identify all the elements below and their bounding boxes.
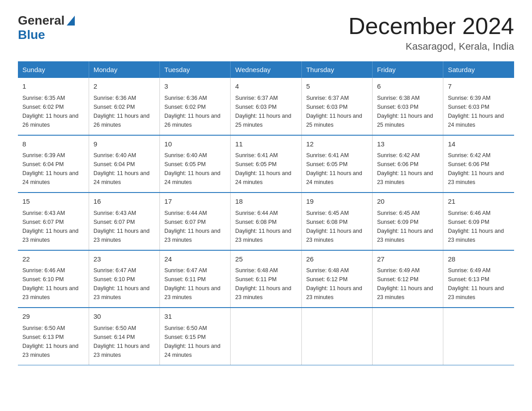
daylight-label: Daylight: 11 hours and 23 minutes [377,228,433,243]
daylight-label: Daylight: 11 hours and 23 minutes [306,228,362,243]
logo-triangle-icon [67,16,75,26]
sunrise-label: Sunrise: 6:47 AM [164,267,207,274]
day-number: 7 [448,81,510,92]
sunrise-label: Sunrise: 6:49 AM [377,267,420,274]
day-info: Sunrise: 6:38 AM Sunset: 6:03 PM Dayligh… [377,94,438,129]
calendar-cell: 13 Sunrise: 6:42 AM Sunset: 6:06 PM Dayl… [372,135,443,193]
daylight-label: Daylight: 11 hours and 24 minutes [448,113,504,128]
sunset-label: Sunset: 6:06 PM [377,161,418,167]
calendar-cell: 18 Sunrise: 6:44 AM Sunset: 6:08 PM Dayl… [231,193,301,250]
calendar-cell: 28 Sunrise: 6:49 AM Sunset: 6:13 PM Dayl… [443,250,514,308]
daylight-label: Daylight: 11 hours and 24 minutes [235,170,291,185]
logo-general: General [18,13,64,28]
calendar-cell: 11 Sunrise: 6:41 AM Sunset: 6:05 PM Dayl… [231,135,301,193]
sunrise-label: Sunrise: 6:39 AM [448,95,490,101]
sunset-label: Sunset: 6:03 PM [448,104,489,110]
calendar-week-1: 1 Sunrise: 6:35 AM Sunset: 6:02 PM Dayli… [18,78,514,135]
day-info: Sunrise: 6:47 AM Sunset: 6:11 PM Dayligh… [164,266,226,302]
header-row: Sunday Monday Tuesday Wednesday Thursday… [18,61,514,78]
sunset-label: Sunset: 6:11 PM [235,276,276,283]
day-number: 12 [306,139,368,150]
calendar-cell: 31 Sunrise: 6:50 AM Sunset: 6:15 PM Dayl… [160,308,231,365]
daylight-label: Daylight: 11 hours and 25 minutes [306,113,362,128]
daylight-label: Daylight: 11 hours and 24 minutes [164,343,220,358]
calendar-week-5: 29 Sunrise: 6:50 AM Sunset: 6:13 PM Dayl… [18,308,514,365]
daylight-label: Daylight: 11 hours and 23 minutes [22,228,78,243]
sunset-label: Sunset: 6:13 PM [448,276,489,283]
col-saturday: Saturday [443,61,514,78]
sunrise-label: Sunrise: 6:37 AM [306,95,349,101]
sunrise-label: Sunrise: 6:46 AM [22,267,65,274]
day-info: Sunrise: 6:50 AM Sunset: 6:13 PM Dayligh… [22,324,84,360]
day-info: Sunrise: 6:50 AM Sunset: 6:14 PM Dayligh… [94,324,155,360]
calendar-cell: 24 Sunrise: 6:47 AM Sunset: 6:11 PM Dayl… [160,250,231,308]
day-number: 21 [448,197,510,207]
sunset-label: Sunset: 6:03 PM [306,104,348,110]
day-info: Sunrise: 6:45 AM Sunset: 6:09 PM Dayligh… [377,209,438,244]
calendar-cell: 8 Sunrise: 6:39 AM Sunset: 6:04 PM Dayli… [18,135,89,193]
day-info: Sunrise: 6:48 AM Sunset: 6:11 PM Dayligh… [235,266,296,302]
sunrise-label: Sunrise: 6:40 AM [164,152,207,158]
day-info: Sunrise: 6:46 AM Sunset: 6:10 PM Dayligh… [22,266,84,302]
day-number: 14 [448,139,510,150]
day-number: 25 [235,254,296,265]
day-info: Sunrise: 6:37 AM Sunset: 6:03 PM Dayligh… [235,94,296,129]
day-number: 23 [94,254,155,265]
sunrise-label: Sunrise: 6:39 AM [22,152,65,158]
day-number: 24 [164,254,226,265]
calendar-body: 1 Sunrise: 6:35 AM Sunset: 6:02 PM Dayli… [18,78,514,365]
sunset-label: Sunset: 6:05 PM [235,161,276,167]
day-info: Sunrise: 6:45 AM Sunset: 6:08 PM Dayligh… [306,209,368,244]
sunset-label: Sunset: 6:08 PM [306,219,348,225]
sunset-label: Sunset: 6:10 PM [22,276,64,283]
day-info: Sunrise: 6:43 AM Sunset: 6:07 PM Dayligh… [94,209,155,244]
day-info: Sunrise: 6:41 AM Sunset: 6:05 PM Dayligh… [235,151,296,187]
daylight-label: Daylight: 11 hours and 24 minutes [94,170,150,185]
daylight-label: Daylight: 11 hours and 23 minutes [164,228,220,243]
day-info: Sunrise: 6:44 AM Sunset: 6:07 PM Dayligh… [164,209,226,244]
day-info: Sunrise: 6:39 AM Sunset: 6:04 PM Dayligh… [22,151,84,187]
day-number: 18 [235,197,296,207]
sunrise-label: Sunrise: 6:43 AM [94,210,136,216]
daylight-label: Daylight: 11 hours and 23 minutes [94,285,150,300]
day-info: Sunrise: 6:40 AM Sunset: 6:05 PM Dayligh… [164,151,226,187]
title-block: December 2024 Kasaragod, Kerala, India [348,13,514,52]
day-number: 28 [448,254,510,265]
calendar-cell: 22 Sunrise: 6:46 AM Sunset: 6:10 PM Dayl… [18,250,89,308]
sunrise-label: Sunrise: 6:44 AM [164,210,207,216]
col-monday: Monday [89,61,159,78]
calendar-cell [443,308,514,365]
sunrise-label: Sunrise: 6:50 AM [94,325,136,331]
sunrise-label: Sunrise: 6:50 AM [164,325,207,331]
daylight-label: Daylight: 11 hours and 23 minutes [448,228,504,243]
calendar-week-2: 8 Sunrise: 6:39 AM Sunset: 6:04 PM Dayli… [18,135,514,193]
sunrise-label: Sunrise: 6:36 AM [94,95,136,101]
sunrise-label: Sunrise: 6:37 AM [235,95,278,101]
calendar-cell: 26 Sunrise: 6:48 AM Sunset: 6:12 PM Dayl… [301,250,372,308]
calendar-cell: 9 Sunrise: 6:40 AM Sunset: 6:04 PM Dayli… [89,135,159,193]
sunrise-label: Sunrise: 6:38 AM [377,95,420,101]
calendar-cell: 5 Sunrise: 6:37 AM Sunset: 6:03 PM Dayli… [301,78,372,135]
calendar-week-3: 15 Sunrise: 6:43 AM Sunset: 6:07 PM Dayl… [18,193,514,250]
day-number: 13 [377,139,438,150]
day-info: Sunrise: 6:37 AM Sunset: 6:03 PM Dayligh… [306,94,368,129]
day-number: 15 [22,197,84,207]
calendar-cell: 17 Sunrise: 6:44 AM Sunset: 6:07 PM Dayl… [160,193,231,250]
day-number: 6 [377,81,438,92]
day-info: Sunrise: 6:40 AM Sunset: 6:04 PM Dayligh… [94,151,155,187]
sunrise-label: Sunrise: 6:47 AM [94,267,136,274]
day-info: Sunrise: 6:35 AM Sunset: 6:02 PM Dayligh… [22,94,84,129]
day-number: 29 [22,312,84,322]
day-number: 3 [164,81,226,92]
day-number: 9 [94,139,155,150]
sunset-label: Sunset: 6:07 PM [22,219,64,225]
sunset-label: Sunset: 6:02 PM [94,104,135,110]
calendar-header: Sunday Monday Tuesday Wednesday Thursday… [18,61,514,78]
sunrise-label: Sunrise: 6:42 AM [448,152,490,158]
day-number: 2 [94,81,155,92]
sunrise-label: Sunrise: 6:36 AM [164,95,207,101]
sunset-label: Sunset: 6:02 PM [164,104,206,110]
day-info: Sunrise: 6:41 AM Sunset: 6:05 PM Dayligh… [306,151,368,187]
col-wednesday: Wednesday [231,61,301,78]
sunrise-label: Sunrise: 6:43 AM [22,210,65,216]
